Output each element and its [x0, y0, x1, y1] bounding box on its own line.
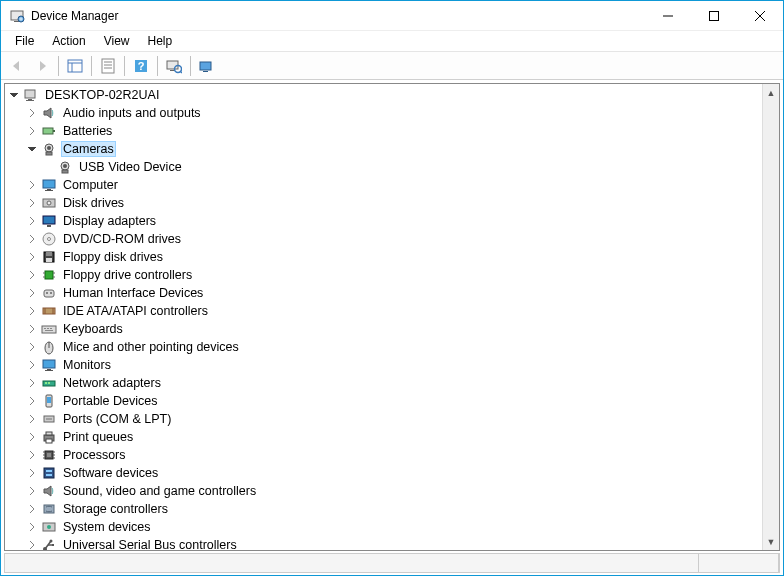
computer-icon — [23, 87, 39, 103]
chevron-right-icon[interactable] — [25, 358, 39, 372]
chevron-right-icon[interactable] — [25, 106, 39, 120]
svg-rect-64 — [47, 369, 51, 370]
category-row[interactable]: DVD/CD-ROM drives — [5, 230, 762, 248]
category-row[interactable]: Keyboards — [5, 320, 762, 338]
svg-point-72 — [46, 418, 48, 420]
svg-point-52 — [50, 292, 52, 294]
category-row[interactable]: Storage controllers — [5, 500, 762, 518]
svg-rect-20 — [200, 62, 211, 70]
device-tree[interactable]: DESKTOP-02R2UAI Audio inputs and outputs… — [5, 84, 762, 550]
chevron-right-icon[interactable] — [25, 268, 39, 282]
tree-root[interactable]: DESKTOP-02R2UAI — [5, 86, 762, 104]
chevron-right-icon[interactable] — [25, 196, 39, 210]
menu-view[interactable]: View — [96, 32, 138, 50]
chevron-right-icon[interactable] — [25, 484, 39, 498]
svg-rect-45 — [45, 271, 53, 279]
category-row[interactable]: Disk drives — [5, 194, 762, 212]
category-label: System devices — [61, 520, 153, 534]
maximize-button[interactable] — [691, 1, 737, 30]
category-label: Network adapters — [61, 376, 163, 390]
category-row[interactable]: Universal Serial Bus controllers — [5, 536, 762, 550]
chevron-right-icon[interactable] — [25, 412, 39, 426]
svg-rect-35 — [45, 190, 53, 191]
scan-hardware-button[interactable] — [162, 54, 186, 78]
chevron-right-icon[interactable] — [25, 250, 39, 264]
category-row[interactable]: Ports (COM & LPT) — [5, 410, 762, 428]
category-row[interactable]: Portable Devices — [5, 392, 762, 410]
monitor-icon — [41, 357, 57, 373]
category-row[interactable]: Audio inputs and outputs — [5, 104, 762, 122]
category-row[interactable]: Floppy disk drives — [5, 248, 762, 266]
category-row[interactable]: Network adapters — [5, 374, 762, 392]
close-button[interactable] — [737, 1, 783, 30]
chevron-down-icon[interactable] — [25, 142, 39, 156]
category-row[interactable]: Sound, video and game controllers — [5, 482, 762, 500]
scroll-down-button[interactable]: ▼ — [763, 533, 779, 550]
category-row[interactable]: Computer — [5, 176, 762, 194]
svg-point-68 — [48, 382, 50, 384]
category-row[interactable]: IDE ATA/ATAPI controllers — [5, 302, 762, 320]
svg-rect-59 — [50, 328, 52, 329]
category-row[interactable]: Display adapters — [5, 212, 762, 230]
forward-button[interactable] — [30, 54, 54, 78]
chevron-right-icon[interactable] — [25, 520, 39, 534]
back-button[interactable] — [5, 54, 29, 78]
svg-rect-29 — [46, 152, 52, 155]
device-row[interactable]: USB Video Device — [5, 158, 762, 176]
chevron-right-icon[interactable] — [25, 178, 39, 192]
chevron-right-icon[interactable] — [25, 286, 39, 300]
menu-help[interactable]: Help — [140, 32, 181, 50]
show-hide-console-button[interactable] — [63, 54, 87, 78]
svg-rect-63 — [43, 360, 55, 368]
vertical-scrollbar[interactable]: ▲ ▼ — [762, 84, 779, 550]
properties-button[interactable] — [96, 54, 120, 78]
svg-point-51 — [46, 292, 48, 294]
chevron-right-icon[interactable] — [25, 376, 39, 390]
category-label: Disk drives — [61, 196, 126, 210]
chevron-right-icon[interactable] — [25, 232, 39, 246]
menu-action[interactable]: Action — [44, 32, 93, 50]
category-row[interactable]: Batteries — [5, 122, 762, 140]
category-row[interactable]: Cameras — [5, 140, 762, 158]
category-row[interactable]: Monitors — [5, 356, 762, 374]
scroll-up-button[interactable]: ▲ — [763, 84, 779, 101]
chevron-right-icon[interactable] — [25, 340, 39, 354]
minimize-button[interactable] — [645, 1, 691, 30]
category-row[interactable]: Mice and other pointing devices — [5, 338, 762, 356]
chevron-down-icon[interactable] — [7, 88, 21, 102]
svg-point-28 — [47, 146, 51, 150]
menu-file[interactable]: File — [7, 32, 42, 50]
software-icon — [41, 465, 57, 481]
chevron-right-icon[interactable] — [25, 304, 39, 318]
chevron-right-icon[interactable] — [25, 502, 39, 516]
chevron-right-icon[interactable] — [25, 124, 39, 138]
svg-rect-88 — [46, 474, 52, 476]
speaker-icon — [41, 105, 57, 121]
chevron-right-icon[interactable] — [25, 322, 39, 336]
help-button[interactable]: ? — [129, 54, 153, 78]
chevron-right-icon[interactable] — [25, 214, 39, 228]
chevron-right-icon[interactable] — [25, 430, 39, 444]
svg-point-91 — [47, 525, 51, 529]
svg-rect-16 — [167, 61, 178, 69]
chevron-right-icon[interactable] — [25, 448, 39, 462]
category-row[interactable]: Print queues — [5, 428, 762, 446]
category-label: Batteries — [61, 124, 114, 138]
titlebar[interactable]: Device Manager — [1, 1, 783, 31]
category-row[interactable]: Software devices — [5, 464, 762, 482]
category-row[interactable]: System devices — [5, 518, 762, 536]
category-row[interactable]: Processors — [5, 446, 762, 464]
category-row[interactable]: Human Interface Devices — [5, 284, 762, 302]
svg-rect-43 — [46, 252, 52, 256]
chevron-right-icon[interactable] — [25, 394, 39, 408]
svg-rect-60 — [45, 330, 53, 331]
category-label: Floppy disk drives — [61, 250, 165, 264]
chevron-right-icon[interactable] — [25, 538, 39, 550]
add-legacy-hardware-button[interactable] — [195, 54, 219, 78]
chevron-right-icon[interactable] — [25, 466, 39, 480]
root-label: DESKTOP-02R2UAI — [43, 88, 161, 102]
svg-rect-26 — [53, 130, 55, 132]
svg-rect-23 — [28, 99, 32, 100]
device-label: USB Video Device — [77, 160, 184, 174]
category-row[interactable]: Floppy drive controllers — [5, 266, 762, 284]
